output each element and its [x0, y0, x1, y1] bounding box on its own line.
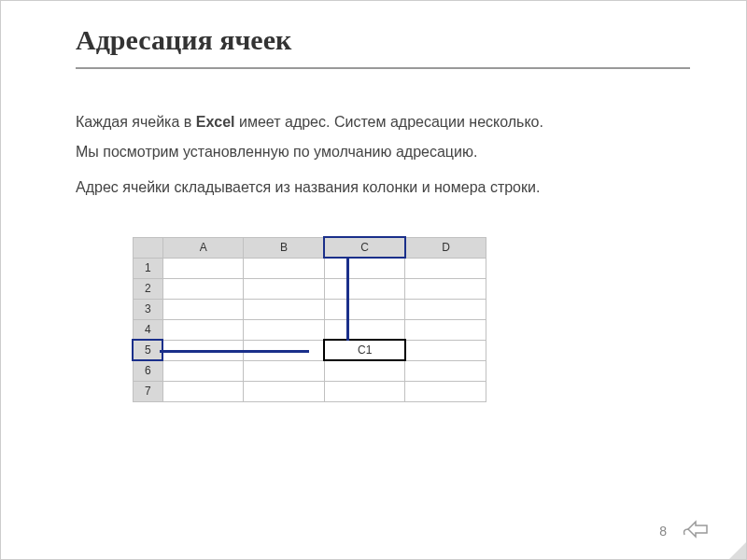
cell [324, 299, 405, 319]
cell [405, 360, 486, 381]
paragraph-1: Каждая ячейка в Excel имеет адрес. Систе… [76, 111, 690, 133]
col-header-d: D [405, 237, 486, 258]
connector-vertical [346, 257, 349, 341]
cell [162, 258, 244, 278]
back-arrow-icon[interactable] [681, 518, 709, 540]
cell [405, 299, 486, 319]
cell [324, 278, 405, 299]
slide-title: Адресация ячеек [76, 24, 690, 56]
cell [244, 319, 325, 340]
row-header-4: 4 [133, 319, 162, 340]
cell [324, 258, 405, 278]
page-corner-fold [729, 542, 746, 559]
cell [324, 360, 405, 381]
cell [405, 381, 486, 401]
connector-horizontal [160, 350, 309, 353]
selected-cell: C1 [324, 340, 405, 360]
cell [324, 319, 405, 340]
page-number: 8 [659, 524, 667, 539]
p1-part2: имеет адрес. Систем адресации несколько. [235, 114, 543, 130]
cell [162, 319, 244, 340]
col-header-b: B [244, 237, 325, 258]
excel-grid: A B C D 1 2 3 [132, 236, 486, 402]
p1-bold: Excel [196, 114, 235, 130]
row-header-5: 5 [133, 340, 162, 360]
slide-container: Адресация ячеек Каждая ячейка в Excel им… [0, 0, 747, 560]
cell [244, 258, 325, 278]
cell [244, 278, 325, 299]
cell [405, 319, 486, 340]
cell [244, 360, 325, 381]
row-header-2: 2 [133, 278, 162, 299]
cell [162, 278, 244, 299]
cell [162, 381, 244, 401]
paragraph-2: Мы посмотрим установленную по умолчанию … [76, 141, 690, 163]
p1-part1: Каждая ячейка в [76, 114, 196, 130]
cell [162, 299, 244, 319]
row-header-6: 6 [133, 360, 162, 381]
paragraph-3: Адрес ячейки складывается из названия ко… [76, 176, 690, 199]
col-header-a: A [162, 237, 244, 258]
col-header-c: C [324, 237, 405, 258]
row-header-1: 1 [133, 258, 162, 278]
cell [405, 278, 486, 299]
title-area: Адресация ячеек [76, 24, 690, 69]
row-header-3: 3 [133, 299, 162, 319]
row-header-7: 7 [133, 381, 162, 401]
corner-cell [133, 237, 162, 258]
excel-illustration: A B C D 1 2 3 [132, 236, 486, 402]
cell [405, 258, 486, 278]
cell [162, 360, 244, 381]
cell [244, 381, 325, 401]
cell [324, 381, 405, 401]
cell [405, 340, 486, 360]
cell [244, 299, 325, 319]
